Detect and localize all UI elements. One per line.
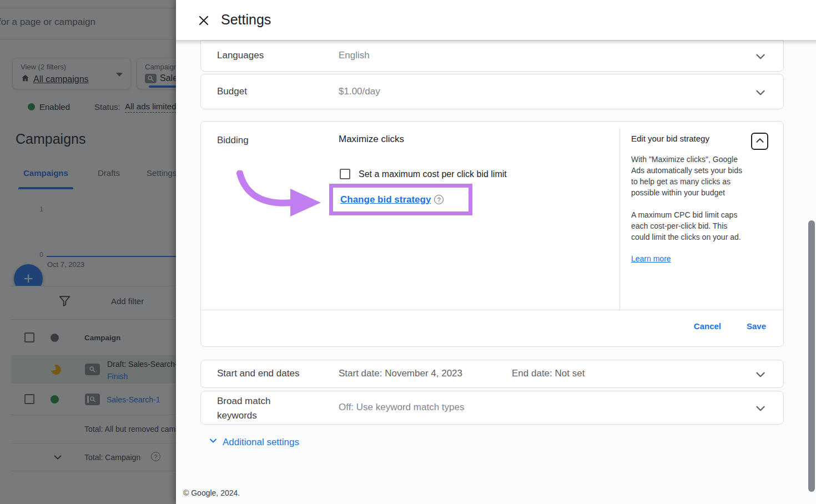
help-panel-title: Edit your bid strategy xyxy=(631,134,742,143)
help-paragraph-1: With "Maximize clicks", Google Ads autom… xyxy=(631,154,742,198)
chevron-up-icon xyxy=(754,134,766,149)
modal-header: Settings xyxy=(176,0,816,40)
bid-strategy-help-panel: Edit your bid strategy With "Maximize cl… xyxy=(631,134,742,264)
budget-value: $1.00/day xyxy=(339,86,380,97)
max-cpc-checkbox-label[interactable]: Set a maximum cost per click bid limit xyxy=(359,169,507,179)
dates-label: Start and end dates xyxy=(217,368,299,379)
settings-modal: Settings Languages English Budget $1.00/… xyxy=(176,0,816,504)
close-icon[interactable] xyxy=(197,14,210,27)
bidding-strategy-value: Maximize clicks xyxy=(339,134,404,145)
broad-match-row[interactable]: Broad match keywords Off: Use keyword ma… xyxy=(200,391,784,425)
chevron-down-icon[interactable] xyxy=(753,85,768,100)
chevron-down-icon[interactable] xyxy=(753,49,768,64)
chevron-down-icon xyxy=(208,435,219,449)
budget-label: Budget xyxy=(217,86,247,97)
bidding-label: Bidding xyxy=(217,135,249,146)
help-panel-divider xyxy=(619,128,620,310)
budget-row[interactable]: Budget $1.00/day xyxy=(200,74,784,109)
highlight-arrow xyxy=(235,170,338,217)
additional-settings-label: Additional settings xyxy=(223,437,299,448)
highlight-box: Change bid strategy ? xyxy=(329,184,472,215)
learn-more-link[interactable]: Learn more xyxy=(631,254,671,263)
app-root: for a page or campaign View (2 filters) … xyxy=(0,0,816,504)
chevron-down-icon[interactable] xyxy=(753,367,768,382)
languages-value: English xyxy=(339,50,370,61)
copyright-text: © Google, 2024. xyxy=(183,488,240,497)
max-cpc-checkbox[interactable] xyxy=(340,169,350,179)
additional-settings-toggle[interactable]: Additional settings xyxy=(208,435,299,449)
start-date-value: Start date: November 4, 2023 xyxy=(339,368,462,379)
modal-body: Languages English Budget $1.00/day Biddi… xyxy=(176,40,816,504)
dates-row[interactable]: Start and end dates Start date: November… xyxy=(200,360,784,388)
help-icon[interactable]: ? xyxy=(434,195,444,204)
change-bid-strategy-link[interactable]: Change bid strategy xyxy=(340,194,431,205)
broad-match-label: Broad match keywords xyxy=(217,394,292,423)
languages-label: Languages xyxy=(217,50,264,61)
collapse-help-button[interactable] xyxy=(751,133,768,150)
cancel-button[interactable]: Cancel xyxy=(694,321,721,331)
help-paragraph-2: A maximum CPC bid limit caps each cost-p… xyxy=(631,209,742,243)
modal-title: Settings xyxy=(221,12,271,28)
end-date-value: End date: Not set xyxy=(512,368,585,379)
save-button[interactable]: Save xyxy=(747,321,766,331)
broad-match-value: Off: Use keyword match types xyxy=(339,402,464,413)
buttons-divider xyxy=(201,310,783,310)
bidding-section: Bidding Maximize clicks Set a maximum co… xyxy=(200,121,784,347)
modal-scrollbar[interactable] xyxy=(808,220,815,492)
chevron-down-icon[interactable] xyxy=(753,401,768,416)
